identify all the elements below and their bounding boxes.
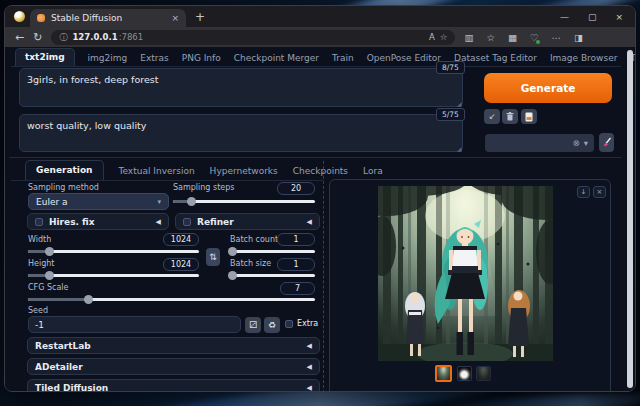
tab-txt2img[interactable]: txt2img bbox=[15, 48, 75, 66]
sampling-steps-label: Sampling steps bbox=[173, 183, 234, 192]
browser-essentials-icon[interactable]: ♡ bbox=[530, 32, 539, 43]
gallery-thumbnail[interactable] bbox=[457, 366, 472, 381]
adetailer-label: ADetailer bbox=[35, 362, 83, 372]
refiner-checkbox[interactable] bbox=[183, 218, 191, 226]
split-screen-icon[interactable]: ▥ bbox=[464, 32, 473, 43]
generated-image[interactable] bbox=[378, 186, 553, 361]
site-info-icon[interactable]: ⓘ bbox=[59, 32, 67, 43]
refresh-icon[interactable]: ↻ bbox=[33, 32, 42, 43]
brush-icon bbox=[602, 137, 612, 148]
width-value[interactable]: 1024 bbox=[163, 233, 199, 246]
edit-styles-button[interactable] bbox=[599, 133, 614, 152]
tab-train[interactable]: Train bbox=[332, 53, 354, 66]
address-bar[interactable]: ⓘ 127.0.0.1 :7861 A ☆ bbox=[51, 30, 455, 45]
browser-tab[interactable]: Stable Diffusion × bbox=[30, 9, 186, 27]
gallery-thumbnail-selected[interactable] bbox=[435, 365, 452, 382]
subtab-hypernetworks[interactable]: Hypernetworks bbox=[210, 166, 278, 180]
tab-checkpoint-merger[interactable]: Checkpoint Merger bbox=[234, 53, 319, 66]
collapse-arrow-icon: ◀ bbox=[307, 363, 312, 371]
seed-label: Seed bbox=[28, 306, 48, 315]
height-slider[interactable] bbox=[28, 271, 199, 280]
height-value[interactable]: 1024 bbox=[163, 258, 199, 271]
gallery-thumbnail[interactable] bbox=[476, 366, 491, 381]
dropdown-caret-icon: ▾ bbox=[157, 198, 161, 206]
styles-dropdown[interactable]: ⊗ ▾ bbox=[485, 134, 594, 152]
subtab-checkpoints[interactable]: Checkpoints bbox=[293, 166, 348, 180]
generate-button[interactable]: Generate bbox=[484, 73, 612, 103]
sampling-method-dropdown[interactable]: Euler a ▾ bbox=[28, 193, 169, 210]
seed-input[interactable] bbox=[28, 316, 241, 333]
random-seed-button[interactable]: ⚂ bbox=[245, 317, 261, 333]
batch-size-value[interactable]: 1 bbox=[277, 258, 315, 271]
refiner-label: Refiner bbox=[197, 217, 234, 227]
tab-close-icon[interactable]: × bbox=[171, 13, 179, 23]
tab-image-browser[interactable]: Image Browser bbox=[550, 53, 618, 66]
resize-handle-icon[interactable]: ◢ bbox=[457, 100, 462, 107]
dropdown-caret-icon[interactable]: ▾ bbox=[584, 138, 588, 148]
prompt-textarea[interactable]: 3girls, in forest, deep forest bbox=[19, 68, 463, 107]
tab-openpose-editor[interactable]: OpenPose Editor bbox=[367, 53, 441, 66]
subtab-generation[interactable]: Generation bbox=[25, 160, 104, 180]
sampling-method-label: Sampling method bbox=[28, 183, 99, 192]
profile-avatar-icon[interactable] bbox=[14, 11, 25, 22]
hires-fix-accordion[interactable]: Hires. fix ◀ bbox=[27, 213, 169, 230]
accordion-tiled-diffusion[interactable]: Tiled Diffusion ◀ bbox=[27, 379, 320, 392]
cfg-scale-value[interactable]: 7 bbox=[280, 282, 315, 295]
extra-networks-button[interactable] bbox=[521, 109, 537, 124]
hires-fix-checkbox[interactable] bbox=[35, 218, 43, 226]
subtab-lora[interactable]: Lora bbox=[363, 166, 383, 180]
url-host: 127.0.0.1 bbox=[72, 32, 117, 42]
collapse-arrow-icon[interactable]: ◀ bbox=[307, 218, 312, 226]
swap-dimensions-button[interactable]: ⇅ bbox=[206, 248, 220, 266]
maximize-button[interactable]: ▢ bbox=[588, 12, 597, 22]
scrollbar-thumb[interactable] bbox=[627, 50, 633, 388]
accordion-adetailer[interactable]: ADetailer ◀ bbox=[27, 358, 320, 375]
read-aloud-icon[interactable]: A bbox=[429, 32, 435, 42]
width-slider[interactable] bbox=[28, 247, 199, 256]
page-scrollbar[interactable] bbox=[627, 49, 633, 390]
browser-toolbar: ← ↻ ⓘ 127.0.0.1 :7861 A ☆ ▥ ☆ ▦ ♡ ⋯ ◨ bbox=[5, 27, 635, 47]
close-button[interactable]: × bbox=[615, 12, 623, 22]
menu-dots-icon[interactable]: ⋯ bbox=[551, 32, 561, 43]
cfg-scale-slider[interactable] bbox=[28, 295, 315, 304]
sidebar-icon[interactable]: ◨ bbox=[574, 32, 583, 43]
sampling-steps-value[interactable]: 20 bbox=[277, 182, 315, 195]
resize-handle-icon[interactable]: ◢ bbox=[457, 145, 462, 152]
clear-styles-icon[interactable]: ⊗ bbox=[573, 138, 580, 148]
new-tab-button[interactable]: + bbox=[195, 10, 205, 24]
read-params-button[interactable]: ↙ bbox=[484, 109, 500, 124]
download-image-button[interactable]: ↓ bbox=[577, 186, 590, 198]
tab-extras[interactable]: Extras bbox=[140, 53, 168, 66]
refiner-accordion[interactable]: Refiner ◀ bbox=[175, 213, 320, 230]
gradio-favicon-icon bbox=[37, 14, 45, 22]
url-port: :7861 bbox=[119, 32, 144, 42]
batch-count-label: Batch count bbox=[230, 235, 278, 244]
close-gallery-button[interactable]: × bbox=[593, 186, 606, 198]
hires-fix-label: Hires. fix bbox=[49, 217, 95, 227]
tab-dataset-tag-editor[interactable]: Dataset Tag Editor bbox=[454, 53, 537, 66]
minimize-button[interactable]: — bbox=[560, 12, 569, 22]
batch-count-slider[interactable] bbox=[230, 247, 315, 256]
tab-title: Stable Diffusion bbox=[51, 13, 165, 23]
desktop-wallpaper: Stable Diffusion × + — ▢ × ← ↻ ⓘ 127.0.0… bbox=[0, 0, 640, 406]
accordion-restartlab[interactable]: RestartLab ◀ bbox=[27, 337, 320, 354]
sampling-steps-slider[interactable] bbox=[173, 197, 315, 206]
batch-size-slider[interactable] bbox=[230, 271, 315, 280]
tab-img2img[interactable]: img2img bbox=[88, 53, 128, 66]
tab-png-info[interactable]: PNG Info bbox=[182, 53, 221, 66]
batch-count-value[interactable]: 1 bbox=[277, 233, 315, 246]
negative-prompt-textarea[interactable]: worst quality, low quality bbox=[19, 114, 463, 152]
collections-icon[interactable]: ☆ bbox=[486, 32, 495, 43]
negative-token-counter: 5/75 bbox=[436, 108, 465, 121]
back-icon[interactable]: ← bbox=[15, 32, 24, 43]
clear-prompt-button[interactable] bbox=[502, 109, 518, 124]
subtab-textual-inversion[interactable]: Textual Inversion bbox=[119, 166, 195, 180]
reuse-seed-button[interactable]: ♻ bbox=[264, 317, 280, 333]
webui-page: txt2img img2img Extras PNG Info Checkpoi… bbox=[5, 47, 636, 392]
favorite-star-icon[interactable]: ☆ bbox=[440, 32, 448, 42]
extensions-icon[interactable]: ▦ bbox=[508, 32, 517, 43]
collapse-arrow-icon[interactable]: ◀ bbox=[156, 218, 161, 226]
cfg-scale-label: CFG Scale bbox=[28, 283, 68, 292]
collapse-arrow-icon: ◀ bbox=[307, 342, 312, 350]
extra-seed-checkbox[interactable] bbox=[285, 320, 293, 328]
